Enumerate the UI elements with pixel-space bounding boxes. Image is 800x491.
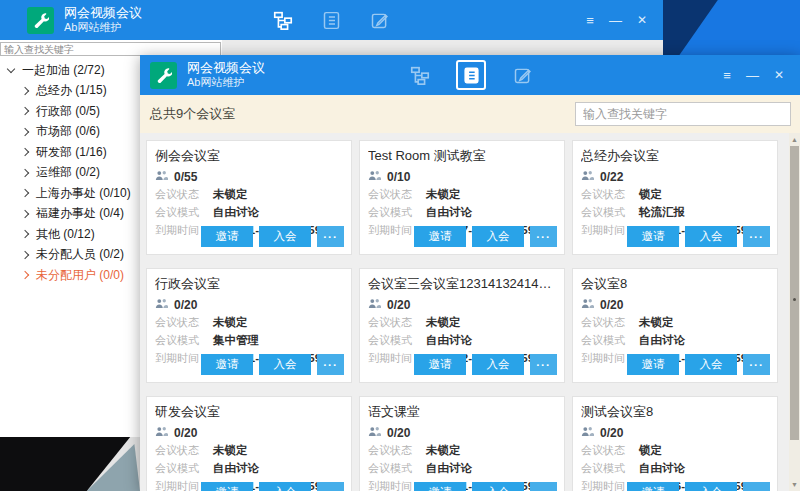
people-icon xyxy=(155,426,168,440)
mode-value: 轮流汇报 xyxy=(639,205,685,220)
room-occupancy: 0/20 xyxy=(600,298,623,312)
rooms-content: 例会会议室 0/55 会议状态未锁定 会议模式自由讨论 到期时间2028-01-… xyxy=(140,133,800,491)
status-value: 未锁定 xyxy=(213,443,248,458)
menu-button[interactable]: ≡ xyxy=(723,69,731,82)
room-occupancy: 0/20 xyxy=(387,298,410,312)
room-card: 测试会议室8 0/20 会议状态锁定 会议模式自由讨论 到期时间2021-06-… xyxy=(572,396,778,491)
mode-label: 会议模式 xyxy=(368,205,426,220)
more-button[interactable]: ··· xyxy=(743,226,770,247)
chevron-right-icon xyxy=(21,271,29,279)
mode-label: 会议模式 xyxy=(368,333,426,348)
close-button[interactable]: ✕ xyxy=(637,14,647,26)
mode-label: 会议模式 xyxy=(581,205,639,220)
minimize-button[interactable]: — xyxy=(609,14,622,27)
join-button[interactable]: 入会 xyxy=(259,482,311,491)
more-button[interactable]: ··· xyxy=(317,354,344,375)
more-button[interactable]: ··· xyxy=(743,482,770,491)
chevron-right-icon xyxy=(21,210,29,218)
status-label: 会议状态 xyxy=(368,315,426,330)
invite-button[interactable]: 邀请 xyxy=(414,226,466,247)
invite-button[interactable]: 邀请 xyxy=(201,354,253,375)
join-button[interactable]: 入会 xyxy=(685,354,737,375)
more-button[interactable]: ··· xyxy=(530,354,557,375)
room-name: 语文课堂 xyxy=(368,403,556,421)
mode-label: 会议模式 xyxy=(368,461,426,476)
room-name: 行政会议室 xyxy=(155,275,343,293)
wrench-icon xyxy=(156,67,172,83)
room-card: 研发会议室 0/20 会议状态未锁定 会议模式自由讨论 到期时间2022-01-… xyxy=(146,396,352,491)
status-value: 锁定 xyxy=(639,187,662,202)
mode-label: 会议模式 xyxy=(581,333,639,348)
vertical-scrollbar[interactable]: ▲ ▼ xyxy=(789,133,800,491)
chevron-right-icon xyxy=(21,230,29,238)
status-label: 会议状态 xyxy=(155,187,213,202)
join-button[interactable]: 入会 xyxy=(685,482,737,491)
more-button[interactable]: ··· xyxy=(743,354,770,375)
more-button[interactable]: ··· xyxy=(317,482,344,491)
more-button[interactable]: ··· xyxy=(530,482,557,491)
status-value: 未锁定 xyxy=(426,187,461,202)
status-label: 会议状态 xyxy=(155,443,213,458)
join-button[interactable]: 入会 xyxy=(259,226,311,247)
room-card: 例会会议室 0/55 会议状态未锁定 会议模式自由讨论 到期时间2028-01-… xyxy=(146,140,352,255)
mode-label: 会议模式 xyxy=(155,461,213,476)
tree-item-label: 未分配用户 (0/0) xyxy=(36,267,124,284)
invite-button[interactable]: 邀请 xyxy=(414,354,466,375)
invite-button[interactable]: 邀请 xyxy=(414,482,466,491)
app-logo xyxy=(150,62,177,89)
org-tree-icon[interactable] xyxy=(271,8,295,32)
scroll-down-icon[interactable]: ▼ xyxy=(789,479,800,490)
chevron-right-icon xyxy=(21,148,29,156)
more-button[interactable]: ··· xyxy=(317,226,344,247)
mode-value: 自由讨论 xyxy=(213,205,259,220)
room-list-icon[interactable] xyxy=(456,60,486,90)
mode-label: 会议模式 xyxy=(155,205,213,220)
nav-icons xyxy=(408,55,534,95)
tree-item-label: 未分配人员 (0/2) xyxy=(36,246,124,263)
chevron-right-icon xyxy=(21,189,29,197)
status-value: 未锁定 xyxy=(426,315,461,330)
scrollbar-grip xyxy=(793,298,796,301)
status-label: 会议状态 xyxy=(581,315,639,330)
invite-button[interactable]: 邀请 xyxy=(201,226,253,247)
room-name: 会议室8 xyxy=(581,275,769,293)
mode-value: 自由讨论 xyxy=(639,333,685,348)
status-value: 未锁定 xyxy=(639,315,674,330)
join-button[interactable]: 入会 xyxy=(472,482,524,491)
wallpaper-navy-shape xyxy=(663,0,800,55)
people-icon xyxy=(581,298,594,312)
titlebar: 网会视频会议 Ab网站维护 ≡ — ✕ xyxy=(0,0,663,40)
scrollbar-thumb[interactable] xyxy=(790,146,799,440)
room-list-icon[interactable] xyxy=(319,8,343,32)
tree-search-input[interactable] xyxy=(0,42,221,56)
mode-value: 集中管理 xyxy=(213,333,259,348)
room-card: 会议室8 0/20 会议状态未锁定 会议模式自由讨论 到期时间2022-01-2… xyxy=(572,268,778,383)
menu-button[interactable]: ≡ xyxy=(586,14,594,27)
app-subtitle: Ab网站维护 xyxy=(64,21,142,34)
invite-button[interactable]: 邀请 xyxy=(201,482,253,491)
join-button[interactable]: 入会 xyxy=(472,354,524,375)
tree-item-label: 市场部 (0/6) xyxy=(36,123,100,140)
tree-item-label: 一起加油 (2/72) xyxy=(22,62,105,79)
scroll-up-icon[interactable]: ▲ xyxy=(789,134,800,145)
edit-icon[interactable] xyxy=(367,8,391,32)
rooms-search-input[interactable] xyxy=(575,102,791,126)
join-button[interactable]: 入会 xyxy=(259,354,311,375)
org-tree-icon[interactable] xyxy=(408,63,432,87)
close-button[interactable]: ✕ xyxy=(774,69,784,81)
chevron-right-icon xyxy=(21,251,29,259)
more-button[interactable]: ··· xyxy=(530,226,557,247)
status-value: 未锁定 xyxy=(213,315,248,330)
invite-button[interactable]: 邀请 xyxy=(627,226,679,247)
join-button[interactable]: 入会 xyxy=(472,226,524,247)
join-button[interactable]: 入会 xyxy=(685,226,737,247)
chevron-right-icon xyxy=(21,87,29,95)
mode-value: 自由讨论 xyxy=(213,461,259,476)
status-value: 未锁定 xyxy=(213,187,248,202)
invite-button[interactable]: 邀请 xyxy=(627,354,679,375)
minimize-button[interactable]: — xyxy=(746,69,759,82)
invite-button[interactable]: 邀请 xyxy=(627,482,679,491)
room-occupancy: 0/22 xyxy=(600,170,623,184)
people-icon xyxy=(155,170,168,184)
edit-icon[interactable] xyxy=(510,63,534,87)
